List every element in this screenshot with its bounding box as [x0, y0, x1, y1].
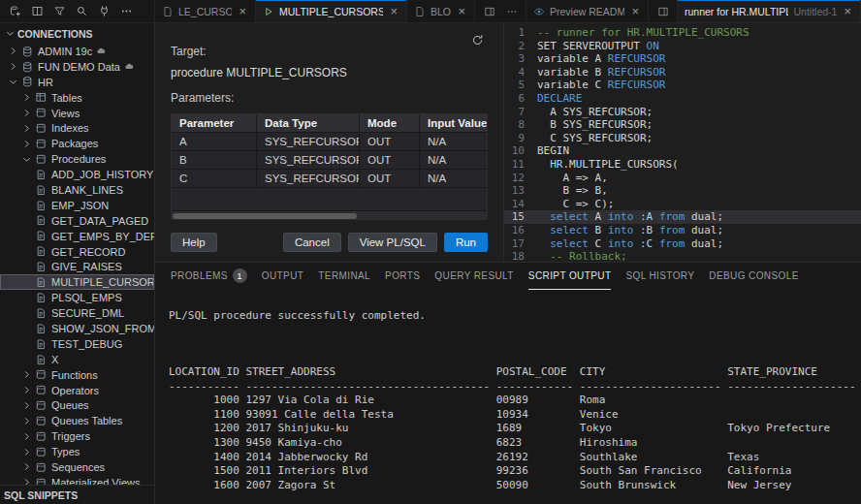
code-line: 15 select A into :A from dual; [504, 210, 861, 224]
procedure-icon [33, 214, 48, 227]
tree-item-emp-json[interactable]: EMP_JSON [0, 198, 154, 213]
chevron-right-icon [6, 61, 19, 72]
panel-tab-output[interactable]: OUTPUT [262, 263, 304, 290]
line-number: 9 [504, 132, 537, 145]
tree-item-label: ADD_JOB_HISTORY [51, 169, 153, 180]
tree-item-operators[interactable]: Operators [0, 383, 154, 398]
split-editor-icon[interactable] [479, 2, 499, 21]
line-number: 10 [504, 144, 537, 158]
panel-tab-query-result[interactable]: QUERY RESULT [434, 263, 514, 290]
code-editor[interactable]: 1-- runner for HR.MULTIPLE_CURSORS2SET S… [504, 23, 861, 262]
parameter-row[interactable]: ASYS_REFCURSOROUTN/A [172, 133, 487, 151]
panel-tab-debug-console[interactable]: DEBUG CONSOLE [709, 263, 798, 290]
tree-item-label: FUN DEMO Data [38, 61, 120, 73]
tree-item-hr[interactable]: HR [0, 75, 154, 90]
editor-tab[interactable]: LE_CURSORS.sql× [155, 0, 256, 22]
chevron-right-icon [19, 139, 33, 149]
chevron-down-icon [19, 154, 33, 165]
tree-item-functions[interactable]: Functions [0, 367, 154, 383]
tree-item-views[interactable]: Views [0, 106, 154, 121]
parameter-row[interactable]: CSYS_REFCURSOROUTN/A [172, 170, 487, 188]
empty-table-area [172, 188, 487, 211]
close-icon[interactable]: × [842, 5, 853, 17]
tree-item-label: Sequences [51, 461, 105, 473]
database-icon [19, 61, 35, 74]
tree-item-queues[interactable]: Queues [0, 397, 154, 413]
sql-snippets-section-header[interactable]: SQL SNIPPETS [0, 485, 154, 504]
tree-item-test-debug[interactable]: TEST_DEBUG [0, 336, 154, 352]
panel-tab-script-output[interactable]: SCRIPT OUTPUT [528, 263, 612, 290]
chevron-right-icon [19, 461, 33, 472]
close-icon[interactable]: × [456, 5, 467, 17]
tree-item-materialized-views[interactable]: Materialized Views [0, 475, 154, 485]
search-icon[interactable] [72, 2, 92, 21]
tree-item-get-data-paged[interactable]: GET_DATA_PAGED [0, 213, 154, 229]
tree-item-types[interactable]: Types [0, 444, 154, 459]
new-connection-icon[interactable] [5, 2, 25, 21]
procedure-icon [33, 184, 48, 197]
split-editor-icon[interactable] [653, 2, 673, 21]
editor-tab[interactable]: MULTIPLE_CURSORS.run× [256, 0, 407, 22]
tree-item-sequences[interactable]: Sequences [0, 459, 154, 475]
procedure-folder-icon [33, 153, 48, 166]
scrollbar-thumb[interactable] [173, 213, 357, 219]
code-line: 10BEGIN [504, 144, 861, 158]
tree-item-tables[interactable]: Tables [0, 90, 154, 106]
tree-item-add-job-history[interactable]: ADD_JOB_HISTORY [0, 167, 154, 182]
tree-item-x[interactable]: X [0, 352, 154, 367]
parameter-row[interactable]: BSYS_REFCURSOROUTN/A [172, 151, 487, 170]
code-text: select A into :A from dual; [537, 210, 723, 224]
filter-icon[interactable] [49, 2, 70, 21]
code-line: 1-- runner for HR.MULTIPLE_CURSORS [504, 26, 861, 40]
panel-tab-sql-history[interactable]: SQL HISTORY [625, 263, 694, 290]
code-text: HR.MULTIPLE_CURSORS( [537, 158, 679, 172]
help-button[interactable]: Help [171, 233, 217, 252]
cancel-button[interactable]: Cancel [283, 233, 341, 252]
more-actions-icon[interactable] [116, 2, 137, 21]
panel-tab-terminal[interactable]: TERMINAL [318, 263, 370, 290]
panel-tab-problems[interactable]: PROBLEMS1 [171, 263, 247, 290]
queue-table-icon [33, 415, 48, 427]
tree-item-blank-lines[interactable]: BLANK_LINES [0, 182, 154, 198]
chevron-right-icon [19, 416, 33, 426]
tab-label: MULTIPLE_CURSORS.run [279, 6, 383, 17]
horizontal-scrollbar[interactable] [171, 212, 488, 220]
tree-item-get-emps-by-dept-id[interactable]: GET_EMPS_BY_DEPT_ID [0, 229, 154, 244]
tree-item-packages[interactable]: Packages [0, 136, 154, 151]
editor-tab[interactable]: Preview README.md× [526, 0, 649, 22]
parameters-header-row: ParameterData TypeModeInput Value [172, 114, 487, 133]
tree-item-plsql-emps[interactable]: PLSQL_EMPS [0, 290, 154, 305]
panel-tab-label: SQL HISTORY [625, 270, 694, 281]
line-number: 1 [504, 26, 537, 40]
tree-item-label: GIVE_RAISES [51, 261, 122, 272]
more-actions-icon[interactable] [501, 2, 522, 21]
code-text: variable C REFCURSOR [537, 79, 665, 92]
tree-item-triggers[interactable]: Triggers [0, 428, 154, 444]
editor-tab[interactable]: BLOBS× [407, 0, 475, 22]
view-plsql-button[interactable]: View PL/SQL [348, 233, 437, 252]
tree-item-get-record[interactable]: GET_RECORD [0, 244, 154, 260]
plug-icon[interactable] [94, 2, 114, 21]
run-button[interactable]: Run [444, 233, 488, 252]
tree-item-secure-dml[interactable]: SECURE_DML [0, 305, 154, 321]
close-icon[interactable]: × [237, 5, 248, 17]
procedure-icon [33, 245, 48, 258]
tree-item-procedures[interactable]: Procedures [0, 151, 154, 167]
line-number: 6 [504, 92, 537, 106]
tree-item-queues-tables[interactable]: Queues Tables [0, 413, 154, 428]
panel-tab-ports[interactable]: PORTS [385, 263, 420, 290]
tree-item-label: Functions [51, 369, 98, 381]
tree-item-give-raises[interactable]: GIVE_RAISES [0, 259, 154, 274]
close-icon[interactable]: × [388, 5, 399, 17]
tree-item-show-json-from-url[interactable]: SHOW_JSON_FROM_URL [0, 321, 154, 336]
close-icon[interactable]: × [629, 5, 641, 17]
tree-item-multiple-cursors[interactable]: MULTIPLE_CURSORS [0, 274, 154, 290]
tree-item-admin-19c[interactable]: ADMIN 19c [0, 44, 154, 59]
tree-item-indexes[interactable]: Indexes [0, 120, 154, 136]
chevron-right-icon [19, 108, 33, 118]
tree-item-fun-demo-data[interactable]: FUN DEMO Data [0, 59, 154, 75]
connections-section-header[interactable]: CONNECTIONS [0, 23, 154, 44]
split-layout-icon[interactable] [27, 2, 48, 21]
refresh-icon[interactable] [468, 31, 486, 48]
editor-tab[interactable]: runner for HR.MULTIPLE_CURSORSUntitled-1… [678, 0, 861, 22]
